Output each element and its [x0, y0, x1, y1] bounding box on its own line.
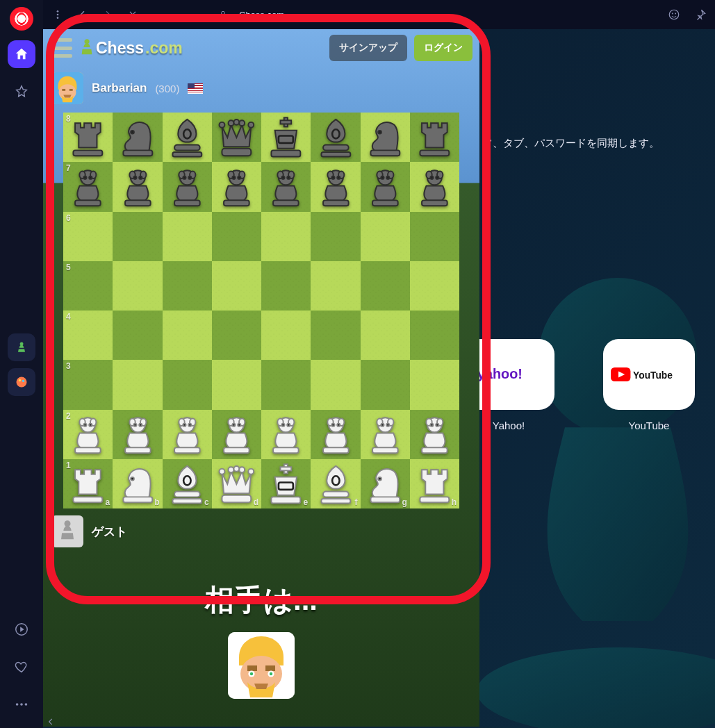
square-h7[interactable]	[410, 162, 459, 211]
black-queen[interactable]	[215, 115, 258, 160]
square-f6[interactable]	[311, 212, 360, 261]
white-king[interactable]	[264, 462, 308, 506]
white-pawn[interactable]	[165, 413, 209, 457]
tab-forward-button[interactable]	[99, 6, 117, 24]
square-f7[interactable]	[311, 162, 360, 211]
square-a3[interactable]: 3	[63, 360, 113, 409]
square-f5[interactable]	[311, 261, 360, 311]
sidebar-more-button[interactable]	[8, 690, 35, 718]
square-d7[interactable]	[212, 162, 261, 211]
square-c5[interactable]	[163, 261, 212, 311]
square-f8[interactable]	[311, 113, 360, 162]
white-bishop[interactable]	[314, 462, 358, 506]
sidebar-home-button[interactable]	[8, 40, 35, 68]
square-e1[interactable]: e	[261, 459, 311, 508]
tab-menu-button[interactable]	[49, 6, 67, 24]
square-h6[interactable]	[410, 212, 459, 261]
square-e8[interactable]	[261, 113, 311, 162]
chess-board[interactable]: 87654321abcdefgh	[63, 113, 459, 508]
square-g8[interactable]	[361, 113, 410, 162]
square-b7[interactable]	[113, 162, 162, 211]
square-c2[interactable]	[163, 410, 212, 459]
black-bishop[interactable]	[165, 115, 209, 160]
square-h3[interactable]	[410, 360, 459, 409]
square-a1[interactable]: 1a	[63, 459, 113, 508]
square-d8[interactable]	[212, 113, 261, 162]
square-g4[interactable]	[361, 311, 410, 360]
square-a8[interactable]: 8	[63, 113, 113, 162]
square-e2[interactable]	[261, 410, 311, 459]
signup-button[interactable]: サインアップ	[329, 35, 407, 61]
black-knight[interactable]	[363, 115, 407, 160]
square-c4[interactable]	[163, 311, 212, 360]
shortcut-youtube[interactable]: YouTube YouTube	[594, 339, 704, 431]
square-b6[interactable]	[113, 212, 162, 261]
square-f4[interactable]	[311, 311, 360, 360]
white-pawn[interactable]	[66, 413, 110, 457]
black-pawn[interactable]	[363, 165, 407, 210]
black-rook[interactable]	[66, 115, 110, 160]
square-g7[interactable]	[361, 162, 410, 211]
square-e6[interactable]	[261, 212, 311, 261]
square-b2[interactable]	[113, 410, 162, 459]
white-knight[interactable]	[116, 462, 160, 506]
square-h2[interactable]	[410, 410, 459, 459]
square-a6[interactable]: 6	[63, 212, 113, 261]
square-e3[interactable]	[261, 360, 311, 409]
white-pawn[interactable]	[413, 413, 457, 457]
menu-button[interactable]	[50, 38, 72, 58]
chess-logo[interactable]: Chess.com	[79, 38, 183, 58]
square-c8[interactable]	[163, 113, 212, 162]
square-a5[interactable]: 5	[63, 261, 113, 311]
square-c6[interactable]	[163, 212, 212, 261]
square-h1[interactable]: h	[410, 459, 459, 508]
black-pawn[interactable]	[413, 165, 457, 210]
square-d6[interactable]	[212, 212, 261, 261]
black-pawn[interactable]	[116, 165, 160, 210]
square-d1[interactable]: d	[212, 459, 261, 508]
white-rook[interactable]	[66, 462, 110, 506]
collapse-arrow-icon[interactable]	[46, 717, 56, 727]
square-f1[interactable]: f	[311, 459, 360, 508]
square-g6[interactable]	[361, 212, 410, 261]
square-g3[interactable]	[361, 360, 410, 409]
white-pawn[interactable]	[215, 413, 258, 457]
tab-emoji-button[interactable]	[665, 6, 683, 24]
square-e7[interactable]	[261, 162, 311, 211]
square-e5[interactable]	[261, 261, 311, 311]
white-pawn[interactable]	[314, 413, 358, 457]
square-b1[interactable]: b	[113, 459, 162, 508]
sidebar-favorites-button[interactable]	[8, 78, 35, 106]
opponent-avatar[interactable]	[51, 72, 83, 104]
square-e4[interactable]	[261, 311, 311, 360]
black-pawn[interactable]	[165, 165, 209, 210]
tab-back-button[interactable]	[74, 6, 92, 24]
square-c1[interactable]: c	[163, 459, 212, 508]
square-d3[interactable]	[212, 360, 261, 409]
white-bishop[interactable]	[165, 462, 209, 506]
square-b4[interactable]	[113, 311, 162, 360]
white-pawn[interactable]	[363, 413, 407, 457]
square-h8[interactable]	[410, 113, 459, 162]
square-a2[interactable]: 2	[63, 410, 113, 459]
black-pawn[interactable]	[215, 165, 258, 210]
square-d5[interactable]	[212, 261, 261, 311]
self-avatar[interactable]	[51, 515, 83, 547]
black-knight[interactable]	[116, 115, 160, 160]
sidebar-player-button[interactable]	[8, 615, 35, 643]
square-f2[interactable]	[311, 410, 360, 459]
square-f3[interactable]	[311, 360, 360, 409]
black-king[interactable]	[264, 115, 308, 160]
tab-pin-button[interactable]	[691, 6, 709, 24]
sidebar-workspace-chess[interactable]	[8, 333, 35, 361]
tab-close-button[interactable]	[124, 6, 142, 24]
square-a7[interactable]: 7	[63, 162, 113, 211]
opera-logo[interactable]	[10, 7, 33, 31]
square-c3[interactable]	[163, 360, 212, 409]
square-b5[interactable]	[113, 261, 162, 311]
black-bishop[interactable]	[314, 115, 358, 160]
black-pawn[interactable]	[66, 165, 110, 210]
square-d4[interactable]	[212, 311, 261, 360]
square-g5[interactable]	[361, 261, 410, 311]
square-h4[interactable]	[410, 311, 459, 360]
